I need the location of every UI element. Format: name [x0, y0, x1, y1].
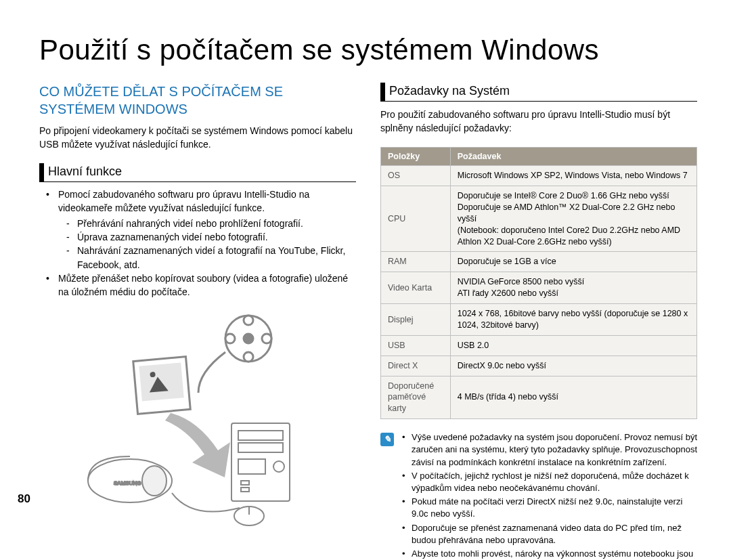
- table-row: OSMicrosoft Windows XP SP2, Windows Vist…: [381, 166, 697, 186]
- list-item: Nahrávání zaznamenaných videí a fotograf…: [39, 244, 356, 272]
- table-header-requirement: Požadavek: [450, 148, 696, 166]
- table-row: Video KartaNVIDIA GeForce 8500 nebo vyšš…: [381, 272, 697, 304]
- system-requirements-table: Položky Požadavek OSMicrosoft Windows XP…: [380, 147, 697, 419]
- list-item: V počítačích, jejichž rychlost je nižší …: [402, 470, 697, 494]
- left-intro: Po připojení videokamery k počítači se s…: [39, 125, 356, 151]
- list-item: Pokud máte na počítači verzi DirectX niž…: [402, 496, 697, 520]
- table-row: RAMDoporučuje se 1GB a více: [381, 252, 697, 272]
- svg-point-3: [244, 352, 253, 362]
- svg-point-4: [225, 334, 235, 343]
- table-header-items: Položky: [381, 148, 451, 166]
- subheading-main-functions: Hlavní funkce: [39, 163, 356, 182]
- subhead-bar: [39, 163, 44, 181]
- svg-text:SAMSUNG: SAMSUNG: [114, 480, 141, 486]
- svg-rect-14: [238, 443, 283, 452]
- list-item: Pomocí zabudovaného softwaru pro úpravu …: [39, 188, 356, 215]
- svg-rect-18: [241, 488, 249, 492]
- section-heading-windows: CO MŮŽETE DĚLAT S POČÍTAČEM SE SYSTÉMEM …: [39, 83, 356, 118]
- two-column-layout: CO MŮŽETE DĚLAT S POČÍTAČEM SE SYSTÉMEM …: [39, 83, 697, 560]
- subhead-bar: [380, 83, 385, 101]
- subhead-text: Požadavky na Systém: [389, 83, 510, 101]
- list-item: Doporučuje se přenést zaznamenaná video …: [402, 522, 697, 546]
- table-row: Doporučené paměťové karty4 MB/s (třída 4…: [381, 376, 697, 419]
- illustration-transfer: SAMSUNG: [39, 311, 356, 531]
- svg-rect-17: [241, 481, 249, 485]
- svg-point-16: [273, 461, 284, 472]
- document-page: Použití s počítačem se systémem Windows …: [0, 0, 731, 560]
- note-box: ✎ Výše uvedené požadavky na systém jsou …: [380, 431, 697, 560]
- list-item: Můžete přenášet nebo kopírovat soubory (…: [39, 272, 356, 299]
- transfer-diagram-icon: SAMSUNG: [76, 311, 319, 528]
- sub-list: Přehrávání nahraných videí nebo prohlíže…: [39, 217, 356, 272]
- table-row: Direct XDirectX 9.0c nebo vyšší: [381, 356, 697, 376]
- svg-rect-13: [238, 431, 283, 440]
- page-title: Použití s počítačem se systémem Windows: [39, 34, 697, 66]
- left-column: CO MŮŽETE DĚLAT S POČÍTAČEM SE SYSTÉMEM …: [39, 83, 356, 560]
- list-item: Výše uvedené požadavky na systém jsou do…: [402, 431, 697, 469]
- table-row: Displej1024 x 768, 16bitové barvy nebo v…: [381, 304, 697, 336]
- subhead-text: Hlavní funkce: [48, 163, 122, 181]
- page-number: 80: [18, 492, 30, 506]
- list-item: Přehrávání nahraných videí nebo prohlíže…: [39, 217, 356, 230]
- note-icon: ✎: [380, 433, 394, 446]
- table-row: CPUDoporučuje se Intel® Core 2 Duo® 1.66…: [381, 186, 697, 252]
- right-column: Požadavky na Systém Pro použití zabudova…: [380, 83, 697, 560]
- main-functions-list-2: Můžete přenášet nebo kopírovat soubory (…: [39, 272, 356, 299]
- svg-point-10: [142, 466, 167, 496]
- right-intro: Pro použití zabudovaného softwaru pro úp…: [380, 108, 697, 135]
- list-item: Úprava zaznamenaných videí nebo fotograf…: [39, 230, 356, 244]
- svg-point-2: [244, 316, 253, 325]
- main-functions-list: Pomocí zabudovaného softwaru pro úpravu …: [39, 188, 356, 215]
- list-item: Abyste toto mohli provést, nároky na výk…: [402, 548, 697, 560]
- svg-rect-15: [238, 459, 265, 474]
- svg-point-5: [262, 334, 271, 343]
- notes-list: Výše uvedené požadavky na systém jsou do…: [402, 431, 697, 560]
- table-row: USBUSB 2.0: [381, 335, 697, 356]
- subheading-system-req: Požadavky na Systém: [380, 83, 697, 102]
- svg-point-1: [244, 334, 253, 343]
